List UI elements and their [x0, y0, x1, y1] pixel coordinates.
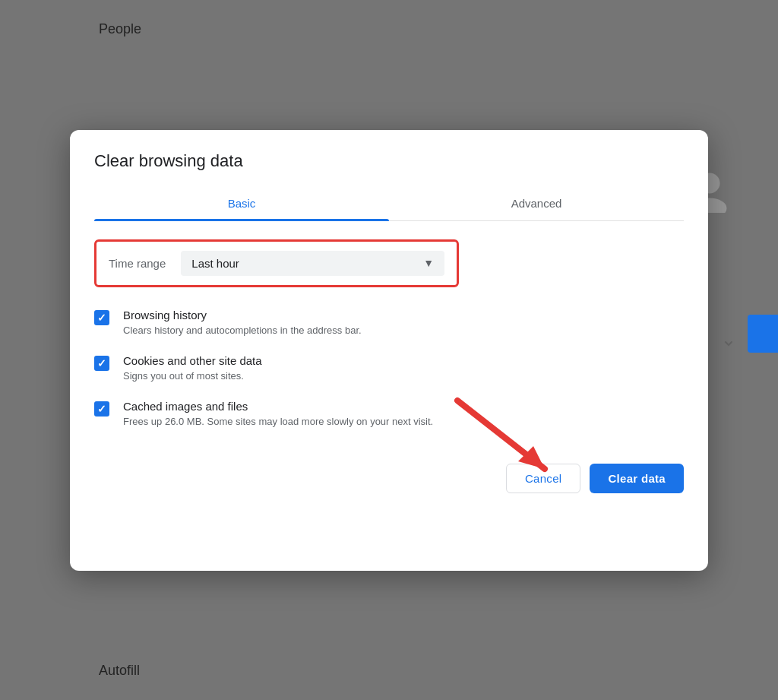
chevron-down-icon: ▼	[423, 257, 434, 269]
time-range-row: Time range Last hour ▼	[94, 239, 459, 287]
browsing-history-checkbox[interactable]: ✓	[94, 310, 109, 325]
modal-backdrop: Clear browsing data Basic Advanced Time …	[0, 0, 778, 700]
cookies-item: ✓ Cookies and other site data Signs you …	[94, 354, 684, 382]
modal-footer: Cancel Clear data	[70, 448, 708, 515]
cached-images-content: Cached images and files Frees up 26.0 MB…	[123, 400, 433, 427]
clear-data-button[interactable]: Clear data	[590, 464, 684, 493]
cached-images-checkbox[interactable]: ✓	[94, 401, 109, 417]
time-range-value: Last hour	[191, 257, 423, 270]
checkbox-checked-box: ✓	[94, 401, 109, 417]
browsing-history-title: Browsing history	[123, 309, 362, 321]
browsing-history-desc: Clears history and autocompletions in th…	[123, 325, 362, 336]
tab-advanced[interactable]: Advanced	[389, 186, 684, 220]
checkbox-checked-box: ✓	[94, 310, 109, 325]
checkmark-icon: ✓	[97, 358, 106, 369]
clear-browsing-data-dialog: Clear browsing data Basic Advanced Time …	[70, 130, 708, 571]
cached-images-item: ✓ Cached images and files Frees up 26.0 …	[94, 400, 684, 427]
cached-images-title: Cached images and files	[123, 400, 433, 413]
checkmark-icon: ✓	[97, 404, 106, 414]
time-range-label: Time range	[109, 257, 166, 270]
time-range-select[interactable]: Last hour ▼	[181, 251, 444, 276]
cookies-title: Cookies and other site data	[123, 354, 262, 367]
checkbox-checked-box: ✓	[94, 356, 109, 371]
tab-bar: Basic Advanced	[94, 186, 684, 221]
modal-body: Time range Last hour ▼ ✓ Browsing histor…	[70, 221, 708, 448]
tab-basic[interactable]: Basic	[94, 186, 389, 220]
cancel-button[interactable]: Cancel	[506, 464, 581, 493]
cookies-desc: Signs you out of most sites.	[123, 370, 262, 382]
cookies-checkbox[interactable]: ✓	[94, 356, 109, 371]
browsing-history-item: ✓ Browsing history Clears history and au…	[94, 309, 684, 336]
browsing-history-content: Browsing history Clears history and auto…	[123, 309, 362, 336]
checkmark-icon: ✓	[97, 312, 106, 323]
cookies-content: Cookies and other site data Signs you ou…	[123, 354, 262, 382]
modal-title: Clear browsing data	[94, 151, 684, 171]
cached-images-desc: Frees up 26.0 MB. Some sites may load mo…	[123, 416, 433, 427]
modal-header: Clear browsing data Basic Advanced	[70, 130, 708, 221]
